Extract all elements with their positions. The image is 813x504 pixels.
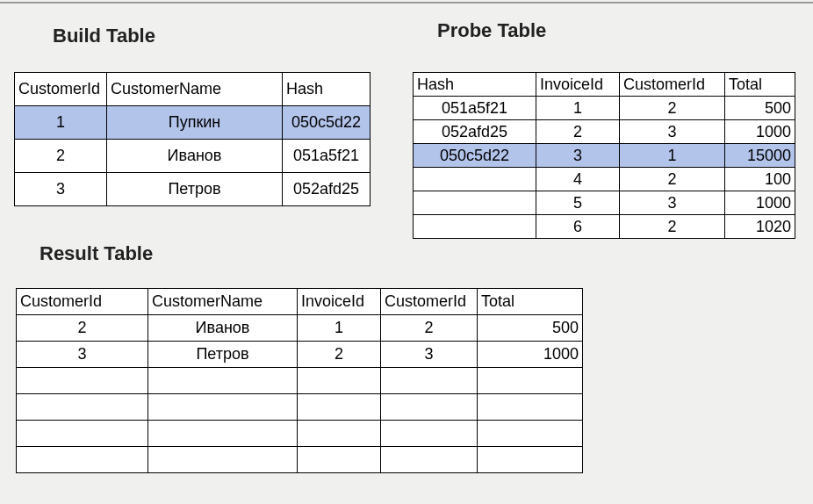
- build-row: 3Петров052afd25: [15, 173, 371, 206]
- result-row: 3Петров231000: [17, 342, 583, 368]
- probe-cell-customerid: 2: [620, 215, 725, 239]
- result-h0: CustomerId: [17, 289, 148, 315]
- result-cell-customername: Иванов: [148, 315, 298, 342]
- build-cell-customername: Петров: [107, 173, 283, 206]
- build-cell-customername: Иванов: [107, 140, 283, 173]
- build-cell-customerid: 1: [15, 106, 107, 140]
- probe-h1: InvoiceId: [536, 73, 620, 97]
- result-cell-customerid2: 3: [381, 342, 478, 368]
- probe-cell-hash: 050c5d22: [414, 144, 536, 168]
- probe-cell-invoiceid: 3: [536, 144, 620, 168]
- build-header-row: CustomerId CustomerName Hash: [15, 73, 371, 106]
- probe-cell-total: 100: [725, 168, 795, 191]
- build-cell-customerid: 3: [15, 173, 107, 206]
- result-cell-customerid2: [381, 447, 478, 473]
- result-cell-total: [478, 447, 583, 473]
- build-cell-customername: Пупкин: [107, 106, 283, 140]
- result-header-row: CustomerId CustomerName InvoiceId Custom…: [17, 289, 583, 315]
- probe-row: 531000: [414, 191, 795, 215]
- probe-h3: Total: [725, 73, 795, 97]
- probe-cell-total: 1000: [725, 120, 795, 144]
- result-cell-customername: [148, 368, 298, 394]
- probe-cell-invoiceid: 6: [536, 215, 620, 239]
- probe-h2: CustomerId: [620, 73, 725, 97]
- result-cell-customername: [148, 447, 298, 473]
- build-cell-hash: 050c5d22: [283, 106, 371, 140]
- build-row: 1Пупкин050c5d22: [15, 106, 371, 140]
- result-table: CustomerId CustomerName InvoiceId Custom…: [16, 288, 583, 473]
- result-row: [17, 421, 583, 447]
- result-cell-total: [478, 421, 583, 447]
- result-row: [17, 447, 583, 473]
- result-cell-invoiceid: 2: [298, 342, 381, 368]
- result-cell-customerid: [17, 447, 148, 473]
- result-cell-customerid: 2: [17, 315, 148, 342]
- result-cell-invoiceid: [298, 447, 381, 473]
- build-cell-hash: 051a5f21: [283, 140, 371, 173]
- result-row: [17, 394, 583, 421]
- probe-cell-invoiceid: 2: [536, 120, 620, 144]
- probe-row: 052afd25231000: [414, 120, 795, 144]
- result-cell-customerid: [17, 368, 148, 394]
- probe-cell-total: 15000: [725, 144, 795, 168]
- probe-cell-customerid: 2: [620, 97, 725, 120]
- probe-cell-hash: [414, 191, 536, 215]
- probe-cell-hash: 052afd25: [414, 120, 536, 144]
- probe-table: Hash InvoiceId CustomerId Total 051a5f21…: [413, 72, 795, 239]
- probe-cell-hash: [414, 168, 536, 191]
- probe-cell-invoiceid: 4: [536, 168, 620, 191]
- result-cell-invoiceid: [298, 394, 381, 421]
- result-title: Result Table: [40, 242, 153, 265]
- probe-row: 621020: [414, 215, 795, 239]
- result-cell-customerid: [17, 421, 148, 447]
- result-cell-total: [478, 394, 583, 421]
- probe-cell-hash: [414, 215, 536, 239]
- result-h4: Total: [478, 289, 583, 315]
- result-cell-invoiceid: [298, 421, 381, 447]
- probe-header-row: Hash InvoiceId CustomerId Total: [414, 73, 795, 97]
- probe-cell-customerid: 3: [620, 191, 725, 215]
- result-cell-total: [478, 368, 583, 394]
- probe-cell-customerid: 1: [620, 144, 725, 168]
- result-cell-customerid2: [381, 421, 478, 447]
- result-h3: CustomerId: [381, 289, 478, 315]
- probe-cell-total: 1000: [725, 191, 795, 215]
- probe-row: 42100: [414, 168, 795, 191]
- result-h2: InvoiceId: [298, 289, 381, 315]
- result-cell-invoiceid: [298, 368, 381, 394]
- result-h1: CustomerName: [148, 289, 298, 315]
- probe-cell-hash: 051a5f21: [414, 97, 536, 120]
- probe-h0: Hash: [414, 73, 536, 97]
- probe-cell-total: 500: [725, 97, 795, 120]
- result-cell-customerid2: 2: [381, 315, 478, 342]
- result-cell-total: 1000: [478, 342, 583, 368]
- result-cell-customerid2: [381, 368, 478, 394]
- result-cell-customername: Петров: [148, 342, 298, 368]
- build-h2: Hash: [283, 73, 371, 106]
- result-cell-customername: [148, 394, 298, 421]
- build-table: CustomerId CustomerName Hash 1Пупкин050c…: [14, 72, 371, 206]
- probe-cell-invoiceid: 5: [536, 191, 620, 215]
- build-row: 2Иванов051a5f21: [15, 140, 371, 173]
- build-cell-hash: 052afd25: [283, 173, 371, 206]
- top-divider: [0, 2, 813, 4]
- result-cell-customerid2: [381, 394, 478, 421]
- result-cell-total: 500: [478, 315, 583, 342]
- result-row: 2Иванов12500: [17, 315, 583, 342]
- result-row: [17, 368, 583, 394]
- build-cell-customerid: 2: [15, 140, 107, 173]
- probe-cell-customerid: 3: [620, 120, 725, 144]
- probe-title: Probe Table: [437, 19, 546, 42]
- probe-cell-customerid: 2: [620, 168, 725, 191]
- probe-cell-total: 1020: [725, 215, 795, 239]
- result-cell-customername: [148, 421, 298, 447]
- probe-row: 050c5d223115000: [414, 144, 795, 168]
- build-h0: CustomerId: [15, 73, 107, 106]
- probe-cell-invoiceid: 1: [536, 97, 620, 120]
- build-h1: CustomerName: [107, 73, 283, 106]
- build-title: Build Table: [53, 25, 155, 47]
- probe-row: 051a5f2112500: [414, 97, 795, 120]
- result-cell-customerid: [17, 394, 148, 421]
- result-cell-customerid: 3: [17, 342, 148, 368]
- result-cell-invoiceid: 1: [298, 315, 381, 342]
